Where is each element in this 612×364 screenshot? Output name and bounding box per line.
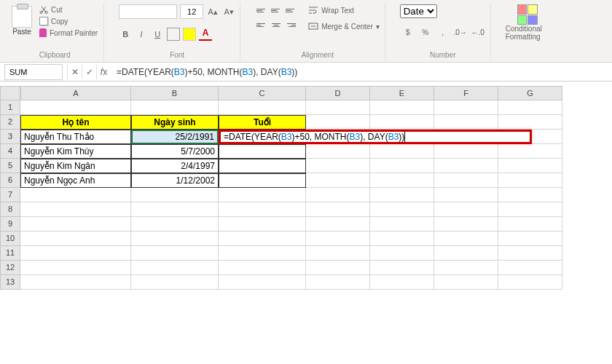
cell-editor-overlay[interactable]: =DATE(YEAR(B3)+50, MONTH(B3), DAY(B3)) <box>219 130 532 144</box>
cell[interactable] <box>20 261 131 275</box>
cell-b3-selected[interactable]: 25/2/1991 <box>131 130 219 144</box>
increase-font-button[interactable]: A▴ <box>206 5 219 18</box>
row-header[interactable]: 12 <box>0 261 20 275</box>
fx-button[interactable]: fx <box>96 65 111 79</box>
cell[interactable] <box>434 115 498 130</box>
cell[interactable] <box>219 144 306 159</box>
cell[interactable] <box>370 275 434 290</box>
row-header[interactable]: 13 <box>0 275 20 290</box>
cell[interactable] <box>306 232 370 246</box>
cell[interactable] <box>370 261 434 275</box>
cell[interactable] <box>370 202 434 217</box>
col-header-f[interactable]: F <box>434 86 498 100</box>
align-top-button[interactable] <box>255 4 268 16</box>
name-box[interactable] <box>4 64 63 80</box>
cell[interactable] <box>498 275 562 290</box>
cell[interactable] <box>370 173 434 188</box>
col-header-a[interactable]: A <box>20 86 131 100</box>
cell[interactable] <box>434 159 498 173</box>
cell[interactable] <box>498 217 562 232</box>
cell-name[interactable]: Nguyễn Kim Ngân <box>20 159 131 173</box>
cell[interactable] <box>306 173 370 188</box>
cell[interactable] <box>131 188 219 202</box>
cell[interactable] <box>498 159 562 173</box>
cell[interactable] <box>370 188 434 202</box>
cell[interactable] <box>219 246 306 261</box>
cell-name[interactable]: Nguyễn Ngọc Anh <box>20 173 131 188</box>
cell[interactable] <box>370 100 434 115</box>
cell[interactable] <box>498 144 562 159</box>
cell[interactable] <box>498 173 562 188</box>
cell[interactable] <box>131 217 219 232</box>
cell[interactable] <box>219 232 306 246</box>
cell[interactable] <box>131 202 219 217</box>
cell[interactable] <box>219 261 306 275</box>
cell[interactable] <box>370 217 434 232</box>
bold-button[interactable]: B <box>119 28 132 41</box>
row-header[interactable]: 11 <box>0 246 20 261</box>
cell[interactable] <box>219 202 306 217</box>
align-middle-button[interactable] <box>270 4 283 16</box>
cell[interactable] <box>498 100 562 115</box>
cell[interactable] <box>370 115 434 130</box>
row-header[interactable]: 4 <box>0 144 20 159</box>
cell[interactable] <box>219 188 306 202</box>
cell[interactable] <box>498 188 562 202</box>
cell[interactable] <box>434 232 498 246</box>
cell-dob[interactable]: 1/12/2002 <box>131 173 219 188</box>
cell[interactable] <box>131 261 219 275</box>
underline-button[interactable]: U <box>151 28 164 41</box>
cell[interactable] <box>306 246 370 261</box>
cell[interactable] <box>20 188 131 202</box>
cell[interactable] <box>219 159 306 173</box>
row-header[interactable]: 3 <box>0 130 20 144</box>
decrease-decimal-button[interactable]: ←.0 <box>470 25 486 40</box>
align-right-button[interactable] <box>284 19 297 31</box>
decrease-font-button[interactable]: A▾ <box>222 5 235 18</box>
header-name[interactable]: Họ tên <box>20 115 131 130</box>
row-header[interactable]: 10 <box>0 232 20 246</box>
col-header-c[interactable]: C <box>219 86 306 100</box>
cell[interactable] <box>306 159 370 173</box>
cell[interactable] <box>20 202 131 217</box>
cell[interactable] <box>498 261 562 275</box>
cell[interactable] <box>306 202 370 217</box>
align-left-button[interactable] <box>255 19 268 31</box>
wrap-text-button[interactable]: Wrap Text <box>307 4 380 16</box>
italic-button[interactable]: I <box>135 28 148 41</box>
cell[interactable] <box>219 275 306 290</box>
row-header[interactable]: 5 <box>0 159 20 173</box>
cell-name[interactable]: Nguyễn Thu Thảo <box>20 130 131 144</box>
cell[interactable] <box>434 173 498 188</box>
select-all-corner[interactable] <box>0 86 20 100</box>
cut-button[interactable]: Cut <box>38 4 99 15</box>
cell[interactable] <box>20 217 131 232</box>
cell[interactable] <box>131 246 219 261</box>
cell[interactable] <box>306 261 370 275</box>
cell[interactable] <box>498 115 562 130</box>
cell[interactable] <box>498 202 562 217</box>
row-header[interactable]: 1 <box>0 100 20 115</box>
enter-formula-button[interactable]: ✓ <box>82 65 96 79</box>
cell[interactable] <box>434 275 498 290</box>
col-header-d[interactable]: D <box>306 86 370 100</box>
cell[interactable] <box>219 100 306 115</box>
comma-button[interactable]: , <box>435 25 451 40</box>
cell[interactable] <box>20 232 131 246</box>
increase-decimal-button[interactable]: .0→ <box>452 25 468 40</box>
cell[interactable] <box>370 144 434 159</box>
cell[interactable] <box>434 144 498 159</box>
row-header[interactable]: 8 <box>0 202 20 217</box>
cell[interactable] <box>434 202 498 217</box>
header-dob[interactable]: Ngày sinh <box>131 115 219 130</box>
cell[interactable] <box>131 232 219 246</box>
formula-input[interactable]: =DATE(YEAR(B3)+50, MONTH(B3), DAY(B3)) <box>111 66 612 79</box>
cell-name[interactable]: Nguyễn Kim Thùy <box>20 144 131 159</box>
cell[interactable] <box>498 246 562 261</box>
row-header[interactable]: 7 <box>0 188 20 202</box>
cell[interactable] <box>434 261 498 275</box>
format-painter-button[interactable]: Format Painter <box>38 28 99 38</box>
cell[interactable] <box>20 100 131 115</box>
cell[interactable] <box>434 246 498 261</box>
col-header-b[interactable]: B <box>131 86 219 100</box>
